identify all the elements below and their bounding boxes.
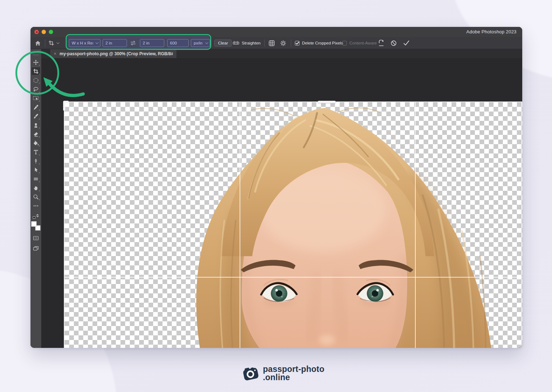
marquee-tool[interactable] [31, 76, 41, 85]
crop-settings-button[interactable] [280, 37, 286, 49]
reset-crop-button[interactable] [378, 37, 384, 49]
crop-tool-preset-button[interactable] [48, 37, 58, 49]
pen-tool[interactable] [31, 156, 41, 165]
crop-guide-vertical-2 [415, 102, 416, 348]
content-aware-label[interactable]: Content-Aware [349, 41, 377, 45]
brand-line2: .online [263, 373, 324, 382]
brand-logo: passport-photo .online [242, 365, 324, 382]
close-tab-icon[interactable]: × [54, 52, 56, 56]
swap-width-height-button[interactable] [130, 37, 136, 49]
home-icon [35, 40, 41, 46]
aspect-ratio-dropdown[interactable]: W x H x Reso... [69, 37, 100, 49]
expand-panels-icon[interactable]: » [38, 49, 41, 53]
crop-height-value: 2 in [143, 41, 150, 45]
foreground-background-swatches[interactable] [31, 221, 41, 231]
divider [45, 39, 45, 47]
pasteboard [41, 58, 522, 348]
canvas[interactable] [64, 101, 522, 348]
document-tab[interactable]: × my-passport-photo.png @ 300% (Crop Pre… [50, 49, 176, 58]
crop-icon [48, 40, 54, 46]
edit-toolbar[interactable] [31, 201, 41, 210]
maximize-window-button[interactable] [49, 30, 53, 34]
crop-top-handle[interactable] [318, 101, 336, 103]
move-tool[interactable] [31, 58, 41, 67]
tools-panel: » [30, 49, 41, 348]
brush-tool[interactable] [31, 112, 41, 121]
eraser-tool[interactable] [31, 129, 41, 138]
crop-width-value: 2 in [105, 41, 112, 45]
checkbox-checked-icon [295, 41, 299, 46]
screen-mode[interactable] [31, 244, 41, 253]
zoom-tool[interactable] [31, 192, 41, 201]
foreground-color[interactable] [31, 221, 37, 227]
resolution-input[interactable]: 600 [167, 37, 189, 49]
window-title: Adobe Photoshop 2023 [466, 29, 516, 34]
crop-options-bar: W x H x Reso... 2 in 2 in 600 px/in Clea… [30, 37, 522, 49]
divider [291, 39, 291, 47]
clear-button[interactable]: Clear [214, 39, 232, 47]
crop-tool[interactable] [31, 67, 41, 76]
resolution-unit-value: px/in [194, 41, 202, 45]
grid-overlay-icon [269, 40, 275, 46]
title-bar: Adobe Photoshop 2023 [30, 27, 522, 37]
minimize-window-button[interactable] [42, 30, 46, 34]
straighten-level-icon [233, 40, 239, 46]
chevron-down-icon [56, 41, 59, 44]
swap-arrows-icon [130, 40, 136, 46]
home-button[interactable] [35, 37, 41, 49]
crop-guide-horizontal-1 [65, 277, 522, 278]
workspace: × my-passport-photo.png @ 300% (Crop Pre… [30, 49, 522, 348]
commit-crop-button[interactable] [403, 37, 410, 49]
resolution-unit-dropdown[interactable]: px/in [191, 37, 210, 49]
overlay-options-button[interactable] [269, 37, 275, 49]
checkbox-unchecked-icon [342, 41, 347, 46]
delete-cropped-pixels-label[interactable]: Delete Cropped Pixels [302, 41, 343, 45]
reset-icon [378, 40, 384, 46]
path-selection-tool[interactable] [31, 165, 41, 174]
chevron-down-icon [205, 41, 208, 44]
clone-stamp-tool[interactable] [31, 121, 41, 129]
lasso-tool[interactable] [31, 85, 41, 94]
quick-mask[interactable] [31, 233, 41, 242]
swap-colors[interactable] [31, 212, 41, 221]
divider [264, 39, 265, 47]
object-selection-tool[interactable] [31, 94, 41, 103]
checkmark-icon [403, 40, 410, 46]
rectangle-tool[interactable] [31, 174, 41, 183]
crop-corner-handle[interactable] [63, 101, 69, 110]
gear-icon [280, 40, 286, 46]
photoshop-window: Adobe Photoshop 2023 W x H x Reso... 2 i… [30, 27, 522, 348]
paint-bucket-tool[interactable] [31, 138, 41, 147]
straighten-button[interactable]: Straighten [233, 37, 260, 49]
aspect-ratio-value: W x H x Reso... [72, 41, 93, 45]
document-tab-title: my-passport-photo.png @ 300% (Crop Previ… [60, 51, 173, 56]
panel-grip[interactable] [33, 54, 39, 56]
close-window-button[interactable] [34, 30, 39, 34]
document-tab-bar: × my-passport-photo.png @ 300% (Crop Pre… [41, 49, 522, 58]
brand-line1: passport-photo [263, 365, 324, 373]
hand-tool[interactable] [31, 183, 41, 192]
resolution-value: 600 [170, 41, 177, 45]
passport-photo-image [65, 102, 522, 348]
content-aware-checkbox[interactable]: Content-Aware [342, 37, 377, 49]
camera-icon [242, 365, 260, 382]
crop-height-input[interactable]: 2 in [140, 37, 164, 49]
crop-width-input[interactable]: 2 in [103, 37, 127, 49]
cancel-icon [391, 40, 397, 46]
cancel-crop-button[interactable] [391, 37, 397, 49]
straighten-label: Straighten [242, 41, 260, 45]
delete-cropped-pixels-checkbox[interactable]: Delete Cropped Pixels [295, 37, 343, 49]
type-tool[interactable] [31, 147, 41, 156]
crop-guide-vertical-1 [240, 102, 240, 348]
chevron-down-icon [95, 41, 98, 44]
traffic-lights [34, 30, 53, 34]
eyedropper-tool[interactable] [31, 103, 41, 112]
